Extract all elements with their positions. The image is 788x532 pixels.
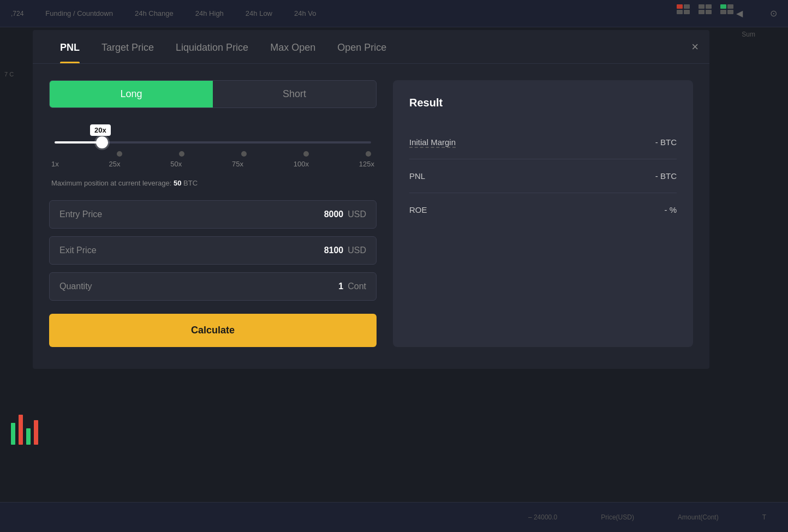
- slider-thumb[interactable]: [96, 136, 108, 148]
- long-short-toggle: Long Short: [49, 80, 377, 108]
- green-grid-icon: [720, 4, 733, 14]
- calculate-button[interactable]: Calculate: [49, 314, 377, 347]
- modal-content: Long Short 20x: [33, 64, 709, 369]
- label-100x: 100x: [294, 160, 309, 168]
- bg-bottom-amount: Amount(Cont): [678, 513, 719, 521]
- mid-grid-icon: [699, 4, 712, 14]
- entry-price-field[interactable]: Entry Price 8000 USD: [49, 200, 377, 229]
- slider-dots: [49, 150, 377, 157]
- exit-price-unit: USD: [348, 246, 366, 255]
- bg-number-left: ,724: [11, 10, 23, 17]
- red-grid-icon: [677, 4, 690, 14]
- label-50x: 50x: [170, 160, 182, 168]
- tab-liquidation-price[interactable]: Liquidation Price: [165, 30, 259, 63]
- result-title: Result: [409, 97, 677, 109]
- dot-25x: [117, 151, 122, 157]
- leverage-badge: 20x: [90, 124, 111, 136]
- bg-bottom-number: – 24000.0: [528, 513, 557, 521]
- left-panel: Long Short 20x: [49, 80, 377, 347]
- entry-price-value: 8000: [324, 210, 344, 219]
- pnl-label: PNL: [409, 171, 425, 181]
- exit-price-label: Exit Price: [59, 246, 324, 255]
- tab-open-price[interactable]: Open Price: [326, 30, 397, 63]
- initial-margin-value: - BTC: [655, 138, 677, 147]
- bg-header-funding: Funding / Countdown: [45, 9, 113, 17]
- entry-price-unit: USD: [348, 210, 366, 219]
- quantity-field[interactable]: Quantity 1 Cont: [49, 272, 377, 301]
- roe-value: - %: [665, 205, 677, 214]
- tab-max-open[interactable]: Max Open: [259, 30, 326, 63]
- exit-price-field[interactable]: Exit Price 8100 USD: [49, 236, 377, 265]
- max-position-info: Maximum position at current leverage: 50…: [49, 179, 377, 187]
- short-button[interactable]: Short: [213, 81, 376, 107]
- bg-bottom-bar: – 24000.0 Price(USD) Amount(Cont) T: [0, 502, 788, 532]
- bg-header-change: 24h Change: [135, 9, 174, 17]
- max-position-unit: BTC: [183, 179, 198, 187]
- quantity-unit: Cont: [348, 282, 366, 291]
- initial-margin-label: Initial Margin: [409, 138, 456, 147]
- close-button[interactable]: ×: [691, 41, 699, 53]
- circle-icon: ⊙: [770, 8, 777, 19]
- slider-container[interactable]: [49, 141, 377, 144]
- chart-label: 7 C: [4, 71, 14, 77]
- bg-header-vol: 24h Vo: [294, 9, 317, 17]
- dot-125x: [366, 151, 371, 157]
- tab-target-price[interactable]: Target Price: [91, 30, 165, 63]
- candle-3: [26, 428, 31, 445]
- label-75x: 75x: [232, 160, 243, 168]
- quantity-value: 1: [338, 282, 343, 291]
- bg-header-low: 24h Low: [246, 9, 272, 17]
- long-button[interactable]: Long: [50, 81, 213, 107]
- leverage-section: 20x 1x 25x: [49, 124, 377, 168]
- arrow-icon: ◀: [736, 8, 743, 19]
- label-1x: 1x: [51, 160, 59, 168]
- slider-labels: 1x 25x 50x 75x 100x 125x: [49, 160, 377, 168]
- roe-label: ROE: [409, 205, 427, 214]
- dot-50x: [179, 151, 184, 157]
- pnl-value: - BTC: [655, 171, 677, 181]
- candle-1: [11, 423, 15, 445]
- result-row-pnl: PNL - BTC: [409, 159, 677, 193]
- right-panel: Result Initial Margin - BTC PNL - BTC RO…: [393, 80, 693, 347]
- candle-2: [19, 415, 23, 445]
- bg-bottom-price: Price(USD): [601, 513, 634, 521]
- result-row-roe: ROE - %: [409, 193, 677, 226]
- bg-bottom-t: T: [762, 513, 766, 521]
- calculator-modal: PNL Target Price Liquidation Price Max O…: [33, 30, 709, 369]
- top-icons-area: [677, 4, 733, 14]
- bg-sum: Sum: [742, 31, 755, 38]
- candle-4: [34, 420, 38, 445]
- slider-fill: [55, 141, 102, 144]
- tabs-bar: PNL Target Price Liquidation Price Max O…: [33, 30, 709, 64]
- result-row-initial-margin: Initial Margin - BTC: [409, 125, 677, 159]
- tab-pnl[interactable]: PNL: [49, 30, 91, 63]
- max-position-value: 50: [174, 179, 181, 187]
- dot-100x: [303, 151, 309, 157]
- bg-header-high: 24h High: [195, 9, 224, 17]
- bg-candles: [11, 415, 38, 445]
- background-header: ,724 Funding / Countdown 24h Change 24h …: [0, 0, 788, 27]
- exit-price-value: 8100: [324, 246, 344, 255]
- label-125x: 125x: [359, 160, 374, 168]
- dot-75x: [241, 151, 247, 157]
- label-25x: 25x: [109, 160, 121, 168]
- quantity-label: Quantity: [59, 282, 338, 291]
- entry-price-label: Entry Price: [59, 210, 324, 219]
- slider-track: [55, 141, 371, 144]
